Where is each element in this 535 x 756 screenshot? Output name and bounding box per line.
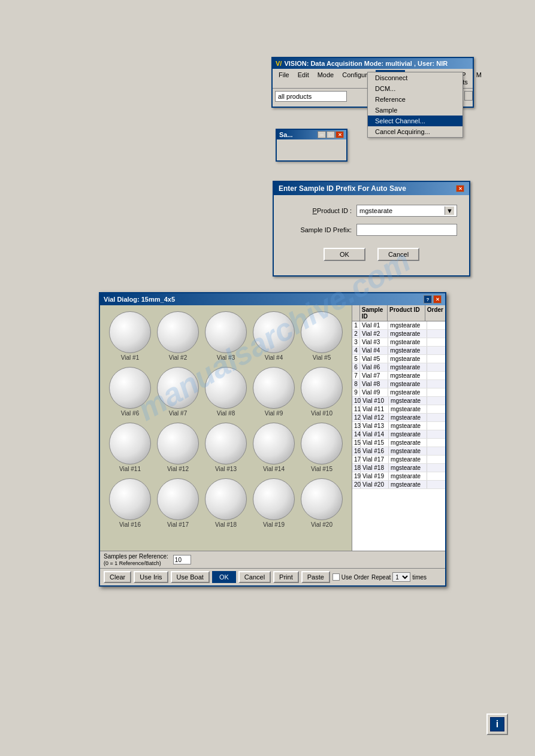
dropdown-dcm[interactable]: DCM... [368,83,463,94]
vial-circle-1[interactable] [109,311,151,353]
vial-circle-17[interactable] [157,478,199,520]
sample-id-close[interactable]: ✕ [456,185,464,192]
table-row[interactable]: 10 Vial #10 mgstearate [352,397,445,405]
vial-cell-8[interactable]: Vial #8 [202,367,250,417]
small-dialog-minimize[interactable]: ─ [318,131,326,138]
table-row[interactable]: 11 Vial #11 mgstearate [352,405,445,414]
vial-cell-19[interactable]: Vial #19 [250,478,298,528]
vial-circle-19[interactable] [253,478,295,520]
vial-cell-3[interactable]: Vial #3 [202,311,250,361]
paste-button[interactable]: Paste [301,571,330,583]
vial-cell-14[interactable]: Vial #14 [250,423,298,472]
vial-cell-20[interactable]: Vial #20 [298,478,346,528]
vial-circle-13[interactable] [205,423,247,464]
vial-circle-8[interactable] [205,367,247,409]
vial-cell-18[interactable]: Vial #18 [202,478,250,528]
dropdown-cancel-acquiring[interactable]: Cancel Acquiring... [368,126,463,137]
vial-cell-11[interactable]: Vial #11 [106,423,154,472]
vial-table-header: Sample ID Product ID Order [352,305,445,321]
vial-cell-10[interactable]: Vial #10 [298,367,346,417]
table-row[interactable]: 1 Vial #1 mgstearate [352,321,445,330]
table-row[interactable]: 14 Vial #14 mgstearate [352,430,445,439]
vial-cell-7[interactable]: Vial #7 [154,367,202,417]
sample-id-ok-button[interactable]: OK [324,248,365,261]
dropdown-select-channel[interactable]: Select Channel... [368,116,463,126]
table-row[interactable]: 4 Vial #4 mgstearate [352,347,445,355]
dropdown-reference[interactable]: Reference [368,94,463,105]
vial-cell-9[interactable]: Vial #9 [250,367,298,417]
vial-circle-11[interactable] [109,423,151,464]
td-num: 7 [352,372,360,379]
vial-cell-6[interactable]: Vial #6 [106,367,154,417]
menu-edit[interactable]: Edit [294,70,313,87]
vial-circle-2[interactable] [157,311,199,353]
vial-circle-10[interactable] [301,367,343,409]
table-row[interactable]: 15 Vial #15 mgstearate [352,439,445,447]
table-row[interactable]: 7 Vial #7 mgstearate [352,372,445,380]
td-order [427,422,445,430]
vial-cell-4[interactable]: Vial #4 [250,311,298,361]
td-order [427,405,445,413]
small-dialog-close[interactable]: ✕ [335,131,344,138]
vial-circle-16[interactable] [109,478,151,520]
print-button[interactable]: Print [273,571,299,583]
product-id-dropdown-arrow[interactable]: ▼ [445,207,454,215]
table-row[interactable]: 20 Vial #20 mgstearate [352,481,445,489]
vial-cell-12[interactable]: Vial #12 [154,423,202,472]
table-row[interactable]: 6 Vial #6 mgstearate [352,363,445,372]
sample-id-cancel-button[interactable]: Cancel [377,248,419,261]
vial-help-button[interactable]: ? [424,295,432,303]
vial-close-button[interactable]: ✕ [433,295,442,303]
td-order [427,363,445,371]
vial-circle-5[interactable] [301,311,343,353]
vial-cell-2[interactable]: Vial #2 [154,311,202,361]
vial-circle-3[interactable] [205,311,247,353]
vial-circle-6[interactable] [109,367,151,409]
product-id-select[interactable]: mgstearate ▼ [356,205,457,217]
small-dialog-maximize[interactable]: □ [327,131,335,138]
vial-circle-15[interactable] [301,423,343,464]
vial-circle-9[interactable] [253,367,295,409]
menu-more[interactable]: M [473,70,485,87]
cancel-button[interactable]: Cancel [238,571,271,583]
table-row[interactable]: 9 Vial #9 mgstearate [352,388,445,397]
samples-per-ref-spinbox[interactable]: 10 [173,555,191,564]
vial-circle-4[interactable] [253,311,295,353]
clear-button[interactable]: Clear [104,571,131,583]
use-boat-button[interactable]: Use Boat [171,571,210,583]
vision-scrollbar-up[interactable] [464,91,473,101]
vial-circle-12[interactable] [157,423,199,464]
vision-search-input[interactable] [275,91,347,102]
vial-circle-18[interactable] [205,478,247,520]
table-row[interactable]: 17 Vial #17 mgstearate [352,456,445,464]
table-row[interactable]: 19 Vial #19 mgstearate [352,472,445,481]
bottom-right-icon[interactable]: i [486,714,508,735]
vial-cell-13[interactable]: Vial #13 [202,423,250,472]
table-row[interactable]: 16 Vial #16 mgstearate [352,447,445,456]
table-row[interactable]: 8 Vial #8 mgstearate [352,380,445,388]
repeat-select[interactable]: 1 2 3 [392,572,410,582]
vial-label-9: Vial #9 [265,410,283,417]
table-row[interactable]: 5 Vial #5 mgstearate [352,355,445,363]
vial-circle-20[interactable] [301,478,343,520]
vial-cell-16[interactable]: Vial #16 [106,478,154,528]
sample-id-prefix-input[interactable] [356,224,457,236]
use-order-checkbox[interactable] [333,573,340,581]
vial-circle-7[interactable] [157,367,199,409]
dropdown-sample[interactable]: Sample [368,105,463,116]
table-row[interactable]: 12 Vial #12 mgstearate [352,414,445,422]
table-row[interactable]: 2 Vial #2 mgstearate [352,330,445,338]
dropdown-disconnect[interactable]: Disconnect [368,72,463,83]
table-row[interactable]: 13 Vial #13 mgstearate [352,422,445,430]
table-row[interactable]: 3 Vial #3 mgstearate [352,338,445,347]
vial-cell-5[interactable]: Vial #5 [298,311,346,361]
menu-file[interactable]: File [275,70,293,87]
menu-mode[interactable]: Mode [314,70,338,87]
vial-cell-1[interactable]: Vial #1 [106,311,154,361]
vial-cell-17[interactable]: Vial #17 [154,478,202,528]
vial-cell-15[interactable]: Vial #15 [298,423,346,472]
ok-button[interactable]: OK [212,571,236,583]
use-iris-button[interactable]: Use Iris [134,571,168,583]
vial-circle-14[interactable] [253,423,295,464]
table-row[interactable]: 18 Vial #18 mgstearate [352,464,445,472]
